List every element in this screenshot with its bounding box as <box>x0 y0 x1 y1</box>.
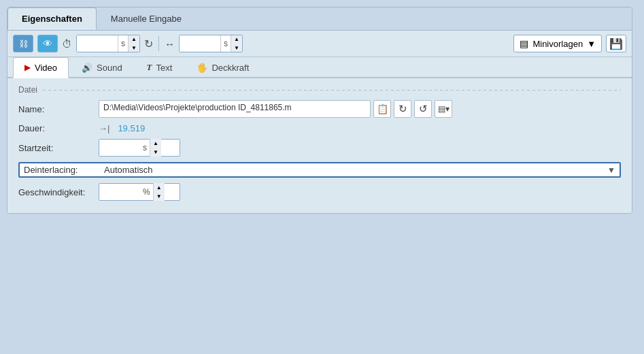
tab-manuelle-eingabe[interactable]: Manuelle Eingabe <box>97 7 196 30</box>
link-icon: ⛓ <box>19 39 28 49</box>
time-spin-down[interactable]: ▼ <box>129 44 139 52</box>
startzeit-unit: s <box>140 143 150 152</box>
sound-tab-label: Sound <box>97 63 122 73</box>
clock-icon: ⏱ <box>62 38 72 50</box>
link-button[interactable]: ⛓ <box>13 35 33 52</box>
text-tab-icon: T <box>147 62 152 73</box>
sub-tab-video[interactable]: ▶ Video <box>13 57 69 78</box>
time-unit: s <box>118 35 128 52</box>
dauer-value: 19.519 <box>118 123 145 133</box>
video-tab-icon: ▶ <box>24 63 31 72</box>
deinterlacing-label: Deinterlacing: <box>24 165 99 175</box>
datei-section-header: Datei <box>18 85 621 95</box>
name-input-area: D:\Media\Videos\Projekte\production ID_4… <box>99 100 621 118</box>
name-label: Name: <box>18 104 93 114</box>
startzeit-input[interactable]: 0 <box>99 140 140 156</box>
offset-unit: s <box>220 35 231 52</box>
name-row: Name: D:\Media\Videos\Projekte\productio… <box>18 100 621 118</box>
reload-button-1[interactable]: ↻ <box>394 100 411 118</box>
geschwindigkeit-label: Geschwindigkeit: <box>18 187 93 197</box>
text-tab-label: Text <box>156 63 173 73</box>
minivorlagen-icon: ▤ <box>520 38 528 49</box>
main-tab-bar: Eigenschaften Manuelle Eingabe <box>7 7 632 31</box>
sub-tab-bar: ▶ Video 🔊 Sound T Text 🖐 Deckkraft <box>7 57 632 78</box>
startzeit-up[interactable]: ▲ <box>150 139 161 148</box>
startzeit-down[interactable]: ▼ <box>150 148 161 157</box>
startzeit-spin[interactable]: 0 s ▲ ▼ <box>99 139 180 157</box>
eye-button[interactable]: 👁 <box>37 35 58 52</box>
dauer-row: Dauer: →| 19.519 <box>18 123 621 133</box>
geschwindigkeit-up[interactable]: ▲ <box>154 183 165 192</box>
geschwindigkeit-row: Geschwindigkeit: 100 % ▲ ▼ <box>18 183 621 201</box>
time-spin-up[interactable]: ▲ <box>129 35 139 44</box>
deckkraft-tab-icon: 🖐 <box>197 63 207 73</box>
sound-tab-icon: 🔊 <box>82 63 92 73</box>
deinterlacing-dropdown-arrow: ▼ <box>607 165 615 175</box>
geschwindigkeit-spin-btns: ▲ ▼ <box>153 183 165 201</box>
deinterlacing-row: Deinterlacing: Automatisch ▼ <box>18 162 621 178</box>
toolbar: ⛓ 👁 ⏱ 19,519 s ▲ ▼ ↻ ↔ 0 s ▲ ▼ ▤ Mi <box>7 31 632 57</box>
deinterlacing-select[interactable]: Automatisch ▼ <box>104 165 615 175</box>
refresh-icon[interactable]: ↻ <box>144 37 153 50</box>
sub-tab-sound[interactable]: 🔊 Sound <box>70 57 134 77</box>
geschwindigkeit-spin[interactable]: 100 % ▲ ▼ <box>99 183 180 201</box>
startzeit-spin-btns: ▲ ▼ <box>150 139 161 157</box>
toolbar-separator-1 <box>158 36 159 51</box>
extent-icon: ↔ <box>165 38 175 50</box>
time-input-spin[interactable]: 19,519 s ▲ ▼ <box>76 35 140 52</box>
startzeit-label: Startzeit: <box>18 143 93 153</box>
tab-eigenschaften[interactable]: Eigenschaften <box>7 7 97 30</box>
time-value-input[interactable]: 19,519 <box>77 35 118 52</box>
deinterlacing-value: Automatisch <box>104 165 153 175</box>
dauer-arrow-icon: →| <box>99 123 109 133</box>
dauer-label: Dauer: <box>18 123 93 133</box>
video-tab-label: Video <box>35 63 57 73</box>
save-button[interactable]: 💾 <box>606 35 626 52</box>
reload-button-2[interactable]: ↺ <box>414 100 432 118</box>
eye-icon: 👁 <box>43 38 52 49</box>
geschwindigkeit-down[interactable]: ▼ <box>154 192 165 201</box>
name-value-display[interactable]: D:\Media\Videos\Projekte\production ID_4… <box>99 100 371 118</box>
geschwindigkeit-unit: % <box>140 187 153 197</box>
sub-tab-text[interactable]: T Text <box>135 57 184 77</box>
reload-icon-2: ↺ <box>419 103 428 115</box>
main-panel: Eigenschaften Manuelle Eingabe ⛓ 👁 ⏱ 19,… <box>7 7 632 214</box>
offset-input-spin[interactable]: 0 s ▲ ▼ <box>179 35 243 52</box>
offset-spin-buttons: ▲ ▼ <box>231 35 242 52</box>
minivorlagen-arrow-icon: ▼ <box>587 39 596 49</box>
browse-button[interactable]: ▤▾ <box>435 100 452 118</box>
offset-value-input[interactable]: 0 <box>180 35 220 52</box>
reload-icon-1: ↻ <box>399 103 407 115</box>
save-icon: 💾 <box>609 37 623 50</box>
sub-tab-deckkraft[interactable]: 🖐 Deckkraft <box>185 57 260 77</box>
minivorlagen-button[interactable]: ▤ Minivorlagen ▼ <box>513 35 602 52</box>
minivorlagen-label: Minivorlagen <box>532 39 583 49</box>
offset-spin-up[interactable]: ▲ <box>231 35 242 44</box>
content-area: Datei Name: D:\Media\Videos\Projekte\pro… <box>7 78 632 213</box>
copy-path-button[interactable]: 📋 <box>373 100 391 118</box>
copy-icon: 📋 <box>377 103 388 114</box>
browse-icon: ▤▾ <box>438 104 450 114</box>
time-spin-buttons: ▲ ▼ <box>128 35 139 52</box>
offset-spin-down[interactable]: ▼ <box>231 44 242 52</box>
deckkraft-tab-label: Deckkraft <box>211 63 249 73</box>
startzeit-row: Startzeit: 0 s ▲ ▼ <box>18 139 621 157</box>
geschwindigkeit-input[interactable]: 100 <box>99 184 140 200</box>
